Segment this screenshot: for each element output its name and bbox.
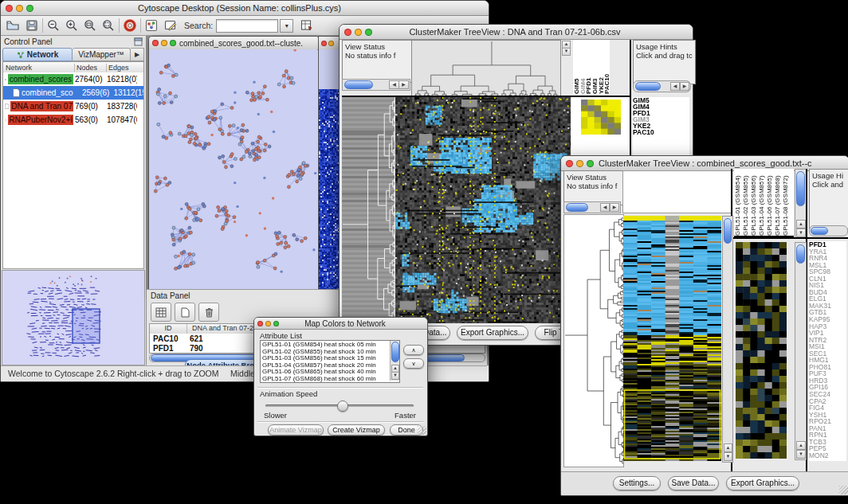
- zoom-window-icon[interactable]: [170, 40, 176, 46]
- resize-grip[interactable]: [418, 426, 426, 435]
- tab-vizmapper-label: VizMapper™: [78, 50, 124, 59]
- tv1-view-status-scrollbar[interactable]: ◀ ▶: [342, 79, 410, 91]
- new-document-icon: [181, 307, 190, 318]
- control-panel: Control Panel Network VizMapper™ ▶ Netwo…: [1, 36, 147, 365]
- network-row-combined-sco-selected[interactable]: combined_sco 2569(6) 13112(15): [3, 86, 143, 100]
- zoom-window-icon[interactable]: [365, 29, 372, 36]
- tv2-heatmap-canvas[interactable]: [623, 216, 721, 461]
- window-controls: [1, 5, 38, 12]
- minimize-icon[interactable]: [161, 40, 167, 46]
- minimize-icon[interactable]: [328, 41, 334, 46]
- tv2-column-labels[interactable]: GPL51-01 (GSM854)GPL51-02 (GSM855)GPL51-…: [734, 169, 794, 237]
- resize-grip[interactable]: [839, 486, 848, 494]
- tv1-similarity-matrix[interactable]: [581, 100, 621, 135]
- move-up-button[interactable]: ∧: [403, 345, 424, 355]
- col-header-network[interactable]: Network: [3, 64, 75, 72]
- status-left: Welcome to Cytoscape 2.6.2: [8, 369, 115, 378]
- main-title-bar[interactable]: Cytoscape Desktop (Session Name: collins…: [1, 1, 489, 16]
- tv2-usage-hints-scrollbar[interactable]: [809, 225, 848, 236]
- tv2-column-dendrogram-area: [622, 170, 732, 213]
- network-doc-icon: [13, 88, 20, 97]
- tv2-collabel-scrollbar[interactable]: ▲ ▼: [795, 169, 807, 239]
- network-view-title-bar[interactable]: combined_scores_good.txt--cluste...: [149, 37, 319, 50]
- dense-network-canvas[interactable]: [319, 49, 341, 295]
- open-folder-icon[interactable]: [6, 18, 20, 33]
- float-panel-icon[interactable]: [134, 37, 143, 46]
- zoom-out-icon[interactable]: [46, 18, 61, 33]
- network-canvas[interactable]: [149, 49, 317, 295]
- new-attribute-button[interactable]: [175, 303, 195, 322]
- network-row-rnapubernov2[interactable]: RNAPuberNov2+I 563(0) 107847(0): [3, 113, 143, 127]
- tv2-row-dendrogram[interactable]: [563, 214, 624, 467]
- attribute-table-icon[interactable]: [300, 18, 314, 33]
- vizmapper-icon[interactable]: [144, 18, 159, 33]
- tv1-heatmap-canvas[interactable]: [395, 97, 571, 323]
- delete-attribute-button[interactable]: [198, 303, 219, 322]
- zoom-in-icon[interactable]: [65, 18, 79, 33]
- zoom-window-icon[interactable]: [273, 321, 279, 326]
- search-dropdown-button[interactable]: ▾: [280, 19, 293, 33]
- minimize-icon[interactable]: [16, 5, 23, 12]
- animation-speed-slider[interactable]: [265, 404, 414, 407]
- close-icon[interactable]: [321, 41, 327, 46]
- tab-vizmapper[interactable]: VizMapper™: [73, 48, 131, 61]
- attribute-items[interactable]: GPL51-01 (GSM854) heat shock 05 minGPL51…: [262, 342, 390, 382]
- col-header-edges[interactable]: Edges: [107, 64, 143, 72]
- tv2-gene-list[interactable]: PFD1YRA1RNR4MSL1SPC98CLN1NIS1BUD4ELG1MAK…: [809, 241, 846, 461]
- zoom-fit-icon[interactable]: [101, 18, 116, 33]
- minimize-icon[interactable]: [355, 29, 362, 36]
- tab-network[interactable]: Network: [2, 48, 73, 61]
- tv1-usage-hints: Usage HintsClick and drag tc: [633, 40, 696, 84]
- close-icon[interactable]: [344, 29, 351, 36]
- network-row-combined-scores[interactable]: combined_scores 2764(0) 16218(0): [3, 72, 143, 86]
- tv1-usage-hints-scrollbar[interactable]: ◀ ▶: [633, 80, 691, 92]
- dialog-title: Map Colors to Network: [282, 319, 408, 328]
- slider-thumb[interactable]: [337, 400, 348, 412]
- close-icon[interactable]: [566, 160, 573, 167]
- tv1-column-dendrogram[interactable]: [411, 40, 561, 97]
- close-icon[interactable]: [6, 5, 13, 12]
- tv1-column-labels[interactable]: GIM5 GIM4 PFD1 GIM3 YKE2 PAC10: [573, 40, 610, 94]
- attribute-list-scrollbar[interactable]: ▲ ▼: [390, 341, 399, 381]
- attribute-listbox[interactable]: GPL51-01 (GSM854) heat shock 05 minGPL51…: [260, 340, 400, 383]
- minimize-icon[interactable]: [576, 160, 583, 167]
- tv2-save-data-button[interactable]: Save Data...: [668, 476, 719, 490]
- close-icon[interactable]: [257, 321, 263, 326]
- search-label: Search:: [184, 21, 213, 30]
- tv1-row-dendrogram[interactable]: [342, 97, 395, 323]
- help-lifesaver-icon[interactable]: [123, 18, 137, 33]
- dialog-title-bar[interactable]: Map Colors to Network: [254, 318, 427, 330]
- main-window-title: Cytoscape Desktop (Session Name: collins…: [38, 3, 441, 13]
- save-icon[interactable]: [25, 18, 39, 33]
- trash-icon: [205, 307, 214, 318]
- attribute-grid-icon: [155, 307, 167, 318]
- select-attributes-button[interactable]: [151, 303, 171, 322]
- zoom-selected-icon[interactable]: [83, 18, 97, 33]
- create-vizmap-button[interactable]: Create Vizmap: [328, 424, 385, 436]
- birdseye-view-canvas[interactable]: [2, 270, 145, 365]
- tv1-col-label: GIM3: [591, 40, 598, 94]
- move-down-button[interactable]: ∨: [403, 358, 424, 369]
- tv1-col-scroll-down[interactable]: ▼: [562, 48, 571, 56]
- search-input[interactable]: [216, 19, 278, 33]
- tv2-view-status-scrollbar[interactable]: ◀ ▶: [563, 201, 621, 213]
- tv2-export-graphics-button[interactable]: Export Graphics...: [726, 476, 799, 490]
- tv2-detail-heatmap[interactable]: [736, 242, 787, 459]
- close-icon[interactable]: [152, 40, 159, 46]
- tv2-heatmap-scrollbar[interactable]: ▲ ▼: [722, 216, 733, 463]
- tv1-export-graphics-button[interactable]: Export Graphics...: [457, 326, 528, 340]
- minimize-icon[interactable]: [265, 321, 271, 326]
- treeview1-title-bar[interactable]: ClusterMaker TreeView : DNA and Tran 07-…: [340, 25, 693, 40]
- network-row-dna-tran[interactable]: DNA and Tran 07 769(0) 183728(0): [3, 100, 143, 113]
- tv2-detail-scrollbar[interactable]: ▲ ▼: [795, 242, 807, 460]
- zoom-window-icon[interactable]: [26, 5, 33, 12]
- data-panel-title: Data Panel: [151, 291, 190, 300]
- zoom-window-icon[interactable]: [587, 160, 594, 167]
- tv2-buttons-bar: Settings... Save Data... Export Graphics…: [561, 471, 848, 495]
- data-col-id[interactable]: ID: [150, 324, 187, 334]
- tab-overflow-button[interactable]: ▶: [131, 48, 144, 61]
- animate-vizmap-button[interactable]: Animate Vizmap: [268, 424, 324, 436]
- col-header-nodes[interactable]: Nodes: [75, 64, 107, 72]
- annotation-icon[interactable]: [163, 18, 178, 33]
- tv2-settings-button[interactable]: Settings...: [613, 476, 661, 490]
